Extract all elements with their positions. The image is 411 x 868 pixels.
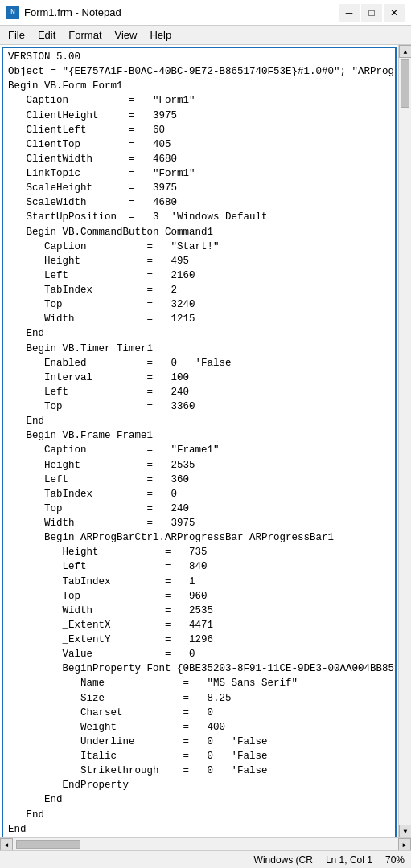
code-area[interactable]: VERSION 5.00 Object = "{EE757A1F-B0AC-40… — [0, 45, 398, 837]
close-button[interactable]: ✕ — [384, 4, 405, 22]
scroll-down-button[interactable]: ▼ — [399, 825, 411, 837]
scroll-up-button[interactable]: ▲ — [399, 45, 411, 58]
code-section-blue: VERSION 5.00 Object = "{EE757A1F-B0AC-40… — [2, 47, 397, 837]
minimize-button[interactable]: ─ — [339, 4, 360, 22]
menu-view[interactable]: View — [110, 27, 142, 43]
window-controls: ─ □ ✕ — [339, 4, 405, 22]
menu-format[interactable]: Format — [64, 27, 106, 43]
menu-edit[interactable]: Edit — [33, 27, 60, 43]
scroll-h-track — [13, 838, 398, 850]
menu-help[interactable]: Help — [145, 27, 176, 43]
maximize-button[interactable]: □ — [361, 4, 382, 22]
scroll-right-button[interactable]: ► — [398, 838, 411, 851]
horizontal-scrollbar[interactable]: ◄ ► — [0, 837, 411, 850]
status-encoding: Windows (CR — [254, 854, 313, 866]
menu-file[interactable]: File — [3, 27, 30, 43]
scroll-thumb[interactable] — [401, 59, 409, 108]
status-zoom: 70% — [385, 854, 405, 866]
app-icon: N — [6, 6, 19, 19]
status-line-col: Ln 1, Col 1 — [326, 854, 372, 866]
scroll-left-button[interactable]: ◄ — [0, 838, 13, 851]
window-title: Form1.frm - Notepad — [24, 6, 121, 18]
menu-bar: File Edit Format View Help — [0, 26, 411, 45]
scroll-h-thumb[interactable] — [16, 840, 80, 849]
code-blue-content: VERSION 5.00 Object = "{EE757A1F-B0AC-40… — [3, 48, 395, 837]
scroll-track — [399, 58, 411, 825]
vertical-scrollbar[interactable]: ▲ ▼ — [398, 45, 411, 837]
main-area: VERSION 5.00 Object = "{EE757A1F-B0AC-40… — [0, 45, 411, 837]
title-bar: N Form1.frm - Notepad ─ □ ✕ — [0, 0, 411, 26]
status-bar: Windows (CR Ln 1, Col 1 70% — [0, 850, 411, 868]
